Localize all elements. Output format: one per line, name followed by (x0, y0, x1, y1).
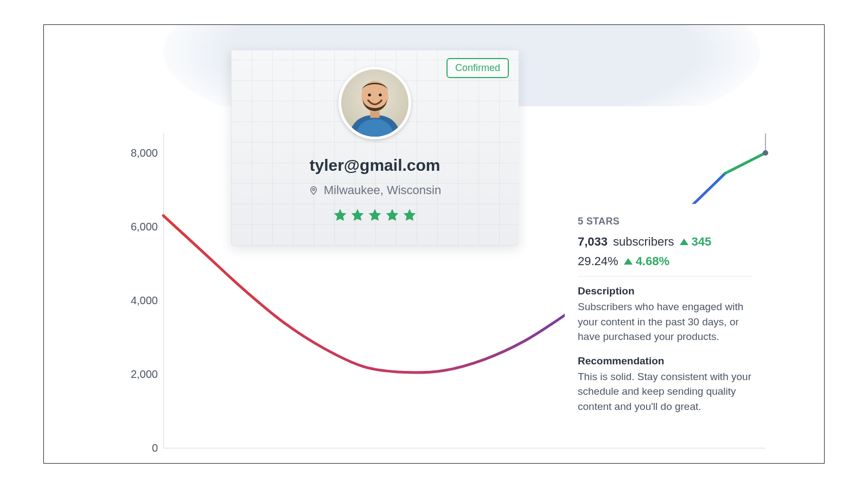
location-pin-icon (309, 184, 318, 197)
x-axis-line (163, 448, 765, 448)
star-icon (367, 208, 382, 223)
rate-value: 29.24% (578, 254, 618, 268)
recommendation-body: This is solid. Stay consistent with your… (578, 369, 752, 414)
y-tick-2000: 2,000 (131, 368, 158, 381)
divider (578, 276, 752, 277)
svg-point-3 (368, 93, 371, 96)
profile-location-row: Milwaukee, Wisconsin (231, 183, 519, 197)
stats-title: 5 STARS (578, 216, 752, 227)
profile-location: Milwaukee, Wisconsin (324, 183, 441, 197)
y-tick-8000: 8,000 (131, 147, 158, 159)
description-body: Subscribers who have engaged with your c… (578, 299, 752, 344)
y-tick-6000: 6,000 (131, 221, 158, 233)
y-tick-4000: 4,000 (131, 294, 158, 307)
stats-tooltip-panel: 5 STARS 7,033 subscribers 345 29.24% 4.6… (565, 204, 765, 427)
svg-point-4 (379, 93, 381, 96)
stats-rate-row: 29.24% 4.68% (578, 254, 752, 268)
profile-email: tyler@gmail.com (231, 156, 519, 175)
star-icon (333, 208, 348, 223)
subscribers-delta: 345 (680, 235, 712, 249)
y-tick-0: 0 (152, 442, 158, 454)
dashboard-frame: 8,000 6,000 4,000 2,000 0 Confirmed (43, 24, 825, 464)
star-icon (385, 208, 400, 223)
svg-point-5 (312, 189, 315, 191)
subscribers-count: 7,033 (578, 235, 608, 249)
trend-up-icon (624, 258, 633, 265)
trend-up-icon (680, 239, 688, 245)
chart-marker-dot (763, 150, 768, 156)
description-heading: Description (578, 285, 752, 297)
status-badge-confirmed: Confirmed (446, 58, 509, 78)
series-green-tail (725, 153, 765, 173)
rating-stars (231, 208, 519, 223)
subscribers-label: subscribers (613, 235, 674, 249)
star-icon (350, 208, 365, 223)
stats-subscribers-row: 7,033 subscribers 345 (578, 235, 752, 249)
rate-delta: 4.68% (624, 254, 669, 268)
profile-card: Confirmed (231, 50, 519, 246)
recommendation-heading: Recommendation (578, 355, 752, 367)
star-icon (402, 208, 417, 223)
avatar (339, 67, 411, 139)
